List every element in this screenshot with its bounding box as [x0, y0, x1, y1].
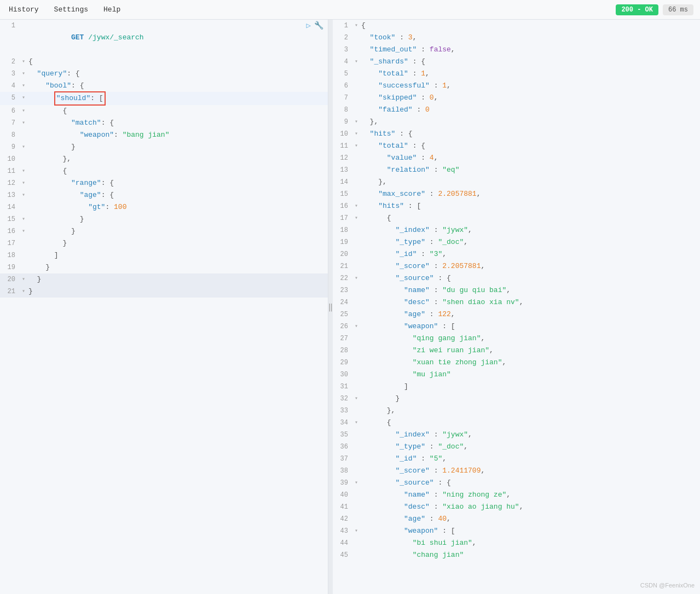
r-num-15: 15: [333, 188, 352, 200]
line-num-21: 21: [0, 286, 20, 298]
r-line-13: 13 "relation" : "eq": [333, 164, 700, 176]
line-num-1: 1: [0, 20, 20, 32]
r-content-22: "_source" : {: [360, 272, 700, 284]
line-content-1: GET /jywx/_search: [27, 20, 306, 56]
fold-7[interactable]: ▾: [20, 117, 27, 129]
line-content-3: "query": {: [27, 68, 328, 80]
line-num-16: 16: [0, 225, 20, 237]
r-num-21: 21: [333, 260, 352, 272]
r-fold-26[interactable]: ▾: [352, 321, 360, 333]
line-content-19: }: [27, 261, 328, 273]
r-num-13: 13: [333, 164, 352, 176]
wrench-icon[interactable]: 🔧: [314, 20, 323, 32]
panel-divider[interactable]: ‖: [328, 20, 333, 594]
code-line-left-20: 20 ▾ }: [0, 273, 328, 286]
fold-21[interactable]: ▾: [20, 286, 27, 298]
left-panel[interactable]: 1 GET /jywx/_search ▷ 🔧 2 ▾ { 3 ▾: [0, 20, 328, 594]
r-num-30: 30: [333, 369, 352, 381]
r-fold-16[interactable]: ▾: [352, 200, 360, 212]
r-line-45: 45 "chang jian": [333, 549, 700, 561]
r-content-36: "_type" : "_doc",: [360, 441, 700, 453]
r-content-26: "weapon" : [: [360, 321, 700, 333]
line-num-2: 2: [0, 56, 20, 68]
r-fold-10[interactable]: ▾: [352, 128, 360, 140]
fold-9[interactable]: ▾: [20, 141, 27, 153]
line-content-7: "match": {: [27, 117, 328, 129]
line-num-17: 17: [0, 237, 20, 249]
fold-3[interactable]: ▾: [20, 68, 27, 80]
fold-20[interactable]: ▾: [20, 273, 27, 286]
fold-6[interactable]: ▾: [20, 105, 27, 117]
r-num-17: 17: [333, 212, 352, 224]
fold-16[interactable]: ▾: [20, 225, 27, 237]
r-num-33: 33: [333, 405, 352, 417]
fold-13[interactable]: ▾: [20, 189, 27, 201]
line-content-2: {: [27, 56, 328, 68]
fold-2[interactable]: ▾: [20, 56, 27, 68]
r-line-1: 1 ▾ {: [333, 20, 700, 32]
r-line-3: 3 "timed_out" : false,: [333, 44, 700, 56]
r-num-32: 32: [333, 393, 352, 405]
r-content-2: "took" : 3,: [360, 32, 700, 44]
r-fold-17[interactable]: ▾: [352, 212, 360, 224]
line-content-18: ]: [27, 249, 328, 261]
code-line-left-6: 6 ▾ {: [0, 105, 328, 117]
r-num-38: 38: [333, 465, 352, 477]
r-content-35: "_index" : "jywx",: [360, 429, 700, 441]
r-line-44: 44 "bi shui jian",: [333, 537, 700, 549]
code-line-left-13: 13 ▾ "age": {: [0, 189, 328, 201]
r-num-42: 42: [333, 513, 352, 525]
r-fold-32[interactable]: ▾: [352, 393, 360, 405]
r-fold-34[interactable]: ▾: [352, 417, 360, 429]
r-line-34: 34 ▾ {: [333, 417, 700, 429]
code-line-left-5: 5 ▾ "should": [: [0, 92, 328, 105]
r-num-4: 4: [333, 56, 352, 68]
line-content-21: }: [27, 286, 328, 298]
menu-history[interactable]: History: [7, 4, 41, 15]
r-num-45: 45: [333, 549, 352, 561]
line-content-12: "range": {: [27, 177, 328, 189]
code-line-left-7: 7 ▾ "match": {: [0, 117, 328, 129]
r-num-14: 14: [333, 176, 352, 188]
r-fold-11[interactable]: ▾: [352, 140, 360, 152]
r-num-6: 6: [333, 80, 352, 92]
r-line-31: 31 ]: [333, 381, 700, 393]
line-num-20: 20: [0, 273, 20, 286]
r-content-34: {: [360, 417, 700, 429]
r-line-29: 29 "xuan tie zhong jian",: [333, 357, 700, 369]
fold-5[interactable]: ▾: [20, 92, 27, 104]
fold-12[interactable]: ▾: [20, 177, 27, 189]
r-fold-9[interactable]: ▾: [352, 116, 360, 128]
r-line-37: 37 "_id" : "5",: [333, 453, 700, 465]
r-content-38: "_score" : 1.2411709,: [360, 465, 700, 477]
right-panel[interactable]: 1 ▾ { 2 "took" : 3, 3 "timed_out" : fals…: [333, 20, 700, 594]
r-line-21: 21 "_score" : 2.2057881,: [333, 260, 700, 272]
r-num-40: 40: [333, 489, 352, 501]
r-line-40: 40 "name" : "ning zhong ze",: [333, 489, 700, 501]
r-fold-22[interactable]: ▾: [352, 272, 360, 284]
line-num-19: 19: [0, 261, 20, 273]
r-content-32: }: [360, 393, 700, 405]
r-line-17: 17 ▾ {: [333, 212, 700, 224]
r-fold-39[interactable]: ▾: [352, 477, 360, 489]
r-fold-4[interactable]: ▾: [352, 56, 360, 68]
r-num-41: 41: [333, 501, 352, 513]
r-content-16: "hits" : [: [360, 200, 700, 212]
menu-settings[interactable]: Settings: [52, 4, 90, 15]
menu-help[interactable]: Help: [101, 4, 123, 15]
r-fold-1[interactable]: ▾: [352, 20, 360, 32]
r-num-16: 16: [333, 200, 352, 212]
fold-11[interactable]: ▾: [20, 165, 27, 177]
r-content-15: "max_score" : 2.2057881,: [360, 188, 700, 200]
r-num-5: 5: [333, 68, 352, 80]
r-num-34: 34: [333, 417, 352, 429]
r-line-38: 38 "_score" : 1.2411709,: [333, 465, 700, 477]
watermark: CSDN @FeenixOne: [640, 582, 695, 589]
run-icon[interactable]: ▷: [306, 20, 311, 32]
fold-15[interactable]: ▾: [20, 213, 27, 225]
r-fold-43[interactable]: ▾: [352, 525, 360, 537]
fold-4[interactable]: ▾: [20, 80, 27, 92]
r-content-7: "skipped" : 0,: [360, 92, 700, 104]
code-line-left-4: 4 ▾ "bool": {: [0, 80, 328, 92]
r-content-14: },: [360, 176, 700, 188]
